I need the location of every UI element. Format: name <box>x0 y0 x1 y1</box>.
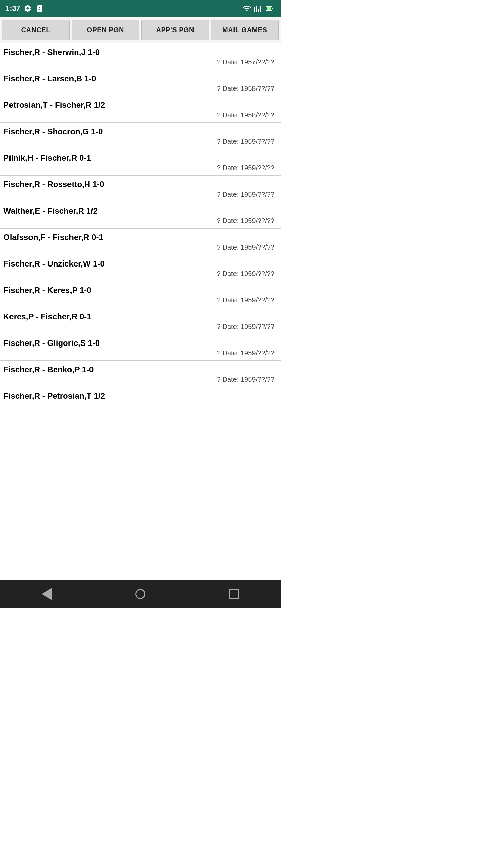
status-bar: 1:37 <box>0 0 281 17</box>
game-title: Fischer,R - Unzicker,W 1-0 <box>3 259 277 269</box>
game-title: Fischer,R - Benko,P 1-0 <box>3 365 277 374</box>
sim-icon <box>35 4 43 13</box>
game-item[interactable]: Fischer,R - Unzicker,W 1-0? Date: 1959/?… <box>0 255 281 281</box>
mail-games-button[interactable]: MAIL GAMES <box>211 20 279 40</box>
game-item[interactable]: Fischer,R - Rossetto,H 1-0? Date: 1959/?… <box>0 176 281 202</box>
recent-icon <box>229 589 239 599</box>
game-item[interactable]: Fischer,R - Benko,P 1-0? Date: 1959/??/?… <box>0 361 281 387</box>
game-date: ? Date: 1958/??/?? <box>3 111 277 119</box>
game-date: ? Date: 1959/??/?? <box>3 217 277 225</box>
settings-icon <box>24 4 32 13</box>
game-date: ? Date: 1957/??/?? <box>3 58 277 66</box>
game-date: ? Date: 1959/??/?? <box>3 349 277 357</box>
game-item[interactable]: Olafsson,F - Fischer,R 0-1? Date: 1959/?… <box>0 229 281 255</box>
svg-rect-1 <box>267 7 271 10</box>
game-item[interactable]: Pilnik,H - Fischer,R 0-1? Date: 1959/??/… <box>0 149 281 176</box>
signal-icon <box>253 4 262 13</box>
game-item[interactable]: Fischer,R - Gligoric,S 1-0? Date: 1959/?… <box>0 334 281 361</box>
game-item[interactable]: Fischer,R - Larsen,B 1-0? Date: 1958/??/… <box>0 70 281 96</box>
game-title: Walther,E - Fischer,R 1/2 <box>3 206 277 216</box>
battery-icon <box>264 4 275 13</box>
game-date: ? Date: 1958/??/?? <box>3 85 277 93</box>
status-bar-left: 1:37 <box>5 4 43 13</box>
back-button[interactable] <box>37 584 57 604</box>
status-bar-right <box>243 4 275 13</box>
open-pgn-button[interactable]: OPEN PGN <box>72 20 140 40</box>
game-date: ? Date: 1959/??/?? <box>3 138 277 145</box>
game-title: Fischer,R - Sherwin,J 1-0 <box>3 47 277 57</box>
game-title: Fischer,R - Shocron,G 1-0 <box>3 127 277 136</box>
recent-button[interactable] <box>224 584 244 604</box>
wifi-icon <box>243 4 251 13</box>
game-title: Pilnik,H - Fischer,R 0-1 <box>3 153 277 163</box>
nav-bar <box>0 580 281 608</box>
cancel-button[interactable]: CANCEL <box>2 20 70 40</box>
game-item[interactable]: Walther,E - Fischer,R 1/2? Date: 1959/??… <box>0 202 281 229</box>
game-title: Fischer,R - Petrosian,T 1/2 <box>3 391 277 401</box>
game-item[interactable]: Fischer,R - Shocron,G 1-0? Date: 1959/??… <box>0 123 281 149</box>
back-icon <box>42 588 52 600</box>
game-title: Fischer,R - Rossetto,H 1-0 <box>3 180 277 189</box>
game-item[interactable]: Fischer,R - Sherwin,J 1-0? Date: 1957/??… <box>0 43 281 70</box>
game-date: ? Date: 1959/??/?? <box>3 191 277 198</box>
game-date: ? Date: 1959/??/?? <box>3 164 277 172</box>
game-item[interactable]: Fischer,R - Petrosian,T 1/2 <box>0 387 281 406</box>
game-title: Petrosian,T - Fischer,R 1/2 <box>3 100 277 110</box>
game-date: ? Date: 1959/??/?? <box>3 243 277 251</box>
toolbar: CANCEL OPEN PGN APP'S PGN MAIL GAMES <box>0 17 281 43</box>
game-title: Keres,P - Fischer,R 0-1 <box>3 312 277 321</box>
svg-rect-2 <box>272 8 273 9</box>
game-list: Fischer,R - Sherwin,J 1-0? Date: 1957/??… <box>0 43 281 580</box>
apps-pgn-button[interactable]: APP'S PGN <box>141 20 209 40</box>
game-date: ? Date: 1959/??/?? <box>3 376 277 383</box>
game-title: Fischer,R - Larsen,B 1-0 <box>3 74 277 83</box>
status-time: 1:37 <box>5 4 20 13</box>
home-button[interactable] <box>130 584 150 604</box>
game-item[interactable]: Petrosian,T - Fischer,R 1/2? Date: 1958/… <box>0 96 281 123</box>
game-title: Olafsson,F - Fischer,R 0-1 <box>3 233 277 242</box>
game-date: ? Date: 1959/??/?? <box>3 323 277 331</box>
game-date: ? Date: 1959/??/?? <box>3 270 277 278</box>
game-title: Fischer,R - Keres,P 1-0 <box>3 285 277 295</box>
game-item[interactable]: Fischer,R - Keres,P 1-0? Date: 1959/??/?… <box>0 281 281 308</box>
home-icon <box>135 589 145 599</box>
game-item[interactable]: Keres,P - Fischer,R 0-1? Date: 1959/??/?… <box>0 308 281 334</box>
game-date: ? Date: 1959/??/?? <box>3 296 277 304</box>
game-title: Fischer,R - Gligoric,S 1-0 <box>3 338 277 348</box>
